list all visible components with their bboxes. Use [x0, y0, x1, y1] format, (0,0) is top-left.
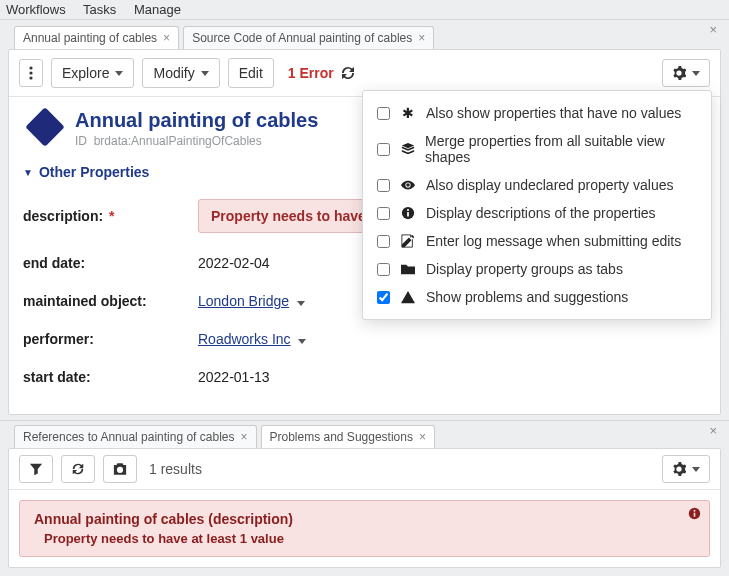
link-roadworks-inc[interactable]: Roadworks Inc [198, 331, 291, 347]
error-text: 1 Error [288, 65, 334, 81]
svg-point-8 [694, 510, 696, 512]
property-label: description: * [23, 208, 198, 224]
svg-point-0 [29, 66, 32, 69]
setting-show-empty[interactable]: ✱ Also show properties that have no valu… [363, 99, 711, 127]
problems-toolbar: 1 results [9, 449, 720, 490]
checkbox[interactable] [377, 235, 390, 248]
more-button[interactable] [19, 59, 43, 87]
checkbox[interactable] [377, 143, 390, 156]
checkbox[interactable] [377, 291, 390, 304]
menu-workflows[interactable]: Workflows [6, 2, 66, 17]
problem-subtitle: Property needs to have at least 1 value [34, 531, 695, 546]
tab-annual-painting[interactable]: Annual painting of cables × [14, 26, 179, 49]
edit-button[interactable]: Edit [228, 58, 274, 88]
gear-icon [672, 66, 686, 80]
problem-title: Annual painting of cables (description) [34, 511, 695, 527]
snapshot-button[interactable] [103, 455, 137, 483]
results-count: 1 results [149, 461, 202, 477]
close-icon[interactable]: × [709, 423, 717, 438]
entity-title: Annual painting of cables [75, 109, 318, 132]
checkbox[interactable] [377, 207, 390, 220]
eye-icon [400, 178, 416, 192]
link-london-bridge[interactable]: London Bridge [198, 293, 289, 309]
property-value[interactable]: London Bridge [198, 293, 305, 309]
close-icon[interactable]: × [163, 31, 170, 45]
button-label: Explore [62, 65, 109, 81]
property-row-performer: performer: Roadworks Inc [23, 320, 706, 358]
lower-tabs: References to Annual painting of cables … [0, 420, 729, 448]
id-label: ID [75, 134, 87, 148]
setting-undeclared[interactable]: Also display undeclared property values [363, 171, 711, 199]
menu-tasks[interactable]: Tasks [83, 2, 116, 17]
tab-label: Annual painting of cables [23, 31, 157, 45]
settings-button[interactable] [662, 59, 710, 87]
chevron-down-icon[interactable] [298, 339, 306, 344]
info-icon [400, 206, 416, 220]
svg-point-1 [29, 71, 32, 74]
svg-point-2 [29, 76, 32, 79]
svg-rect-7 [694, 513, 696, 517]
close-icon[interactable]: × [240, 430, 247, 444]
error-indicator[interactable]: 1 Error [288, 65, 356, 81]
setting-log-message[interactable]: Enter log message when submitting edits [363, 227, 711, 255]
tab-references[interactable]: References to Annual painting of cables … [14, 425, 257, 448]
section-title: Other Properties [39, 164, 149, 180]
info-icon[interactable] [688, 507, 701, 520]
property-value[interactable]: Roadworks Inc [198, 331, 306, 347]
property-label: maintained object: [23, 293, 198, 309]
refresh-icon [340, 66, 356, 80]
chevron-down-icon [692, 71, 700, 76]
setting-label: Enter log message when submitting edits [426, 233, 681, 249]
setting-merge-shapes[interactable]: Merge properties from all suitable view … [363, 127, 711, 171]
close-icon[interactable]: × [418, 31, 425, 45]
property-value[interactable]: 2022-01-13 [198, 369, 270, 385]
refresh-icon [71, 462, 85, 476]
checkbox[interactable] [377, 107, 390, 120]
setting-show-problems[interactable]: Show problems and suggestions [363, 283, 711, 311]
tab-source-code[interactable]: Source Code of Annual painting of cables… [183, 26, 434, 49]
close-icon[interactable]: × [419, 430, 426, 444]
problems-panel: 1 results Annual painting of cables (des… [8, 448, 721, 568]
edit-icon [400, 234, 416, 248]
property-label: end date: [23, 255, 198, 271]
menu-manage[interactable]: Manage [134, 2, 181, 17]
lower-container: References to Annual painting of cables … [0, 420, 729, 576]
entity-icon [25, 107, 65, 147]
modify-button[interactable]: Modify [142, 58, 219, 88]
property-label: performer: [23, 331, 198, 347]
close-icon[interactable]: × [709, 22, 717, 37]
chevron-down-icon [692, 467, 700, 472]
chevron-down-icon [201, 71, 209, 76]
folder-icon [400, 262, 416, 276]
required-icon: * [105, 208, 114, 224]
setting-label: Also show properties that have no values [426, 105, 681, 121]
chevron-down-icon [115, 71, 123, 76]
tab-problems[interactable]: Problems and Suggestions × [261, 425, 435, 448]
problem-card[interactable]: Annual painting of cables (description) … [19, 500, 710, 557]
button-label: Edit [239, 65, 263, 81]
camera-icon [113, 462, 127, 476]
svg-rect-4 [407, 212, 409, 216]
tab-label: Problems and Suggestions [270, 430, 413, 444]
setting-groups-tabs[interactable]: Display property groups as tabs [363, 255, 711, 283]
setting-label: Merge properties from all suitable view … [425, 133, 697, 165]
settings-dropdown: ✱ Also show properties that have no valu… [362, 90, 712, 320]
layers-icon [400, 142, 415, 156]
collapse-icon: ▼ [23, 167, 33, 178]
asterisk-icon: ✱ [400, 105, 416, 121]
checkbox[interactable] [377, 179, 390, 192]
setting-label: Display descriptions of the properties [426, 205, 656, 221]
setting-descriptions[interactable]: Display descriptions of the properties [363, 199, 711, 227]
checkbox[interactable] [377, 263, 390, 276]
id-value: brdata:AnnualPaintingOfCables [94, 134, 262, 148]
filter-button[interactable] [19, 455, 53, 483]
property-value[interactable]: 2022-02-04 [198, 255, 270, 271]
vertical-dots-icon [29, 66, 33, 80]
chevron-down-icon[interactable] [297, 301, 305, 306]
menubar: Workflows Tasks Manage [0, 0, 729, 20]
explore-button[interactable]: Explore [51, 58, 134, 88]
entity-id: ID brdata:AnnualPaintingOfCables [75, 134, 318, 148]
warning-icon [400, 290, 416, 304]
refresh-button[interactable] [61, 455, 95, 483]
settings-button[interactable] [662, 455, 710, 483]
